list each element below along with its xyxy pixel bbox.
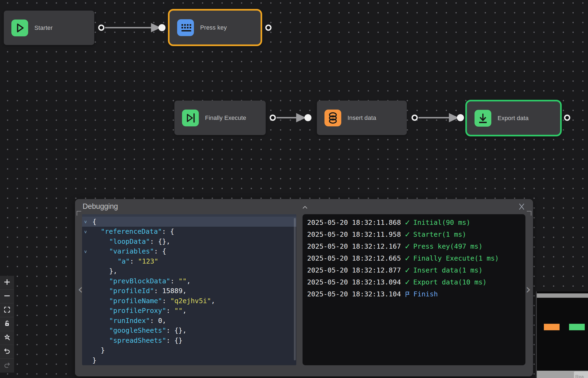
json-token: : xyxy=(162,297,170,305)
collapse-arrow-icon[interactable]: v xyxy=(84,219,87,224)
json-token: : xyxy=(150,317,158,325)
resize-corner-mark xyxy=(77,211,81,216)
close-panel-button[interactable] xyxy=(518,203,525,212)
json-token: : xyxy=(166,307,174,315)
json-token: } xyxy=(101,346,105,354)
json-line: v"variables": { xyxy=(82,246,296,257)
json-line: } xyxy=(82,355,296,365)
collapse-panel-button[interactable] xyxy=(302,206,308,210)
node-label: Press key xyxy=(200,24,227,31)
check-icon: ✓ xyxy=(404,219,411,226)
json-token: 15889 xyxy=(162,287,183,295)
json-token: "" xyxy=(174,307,183,315)
check-icon: ✓ xyxy=(404,255,411,262)
json-token: : {} xyxy=(166,337,183,344)
play-icon xyxy=(11,20,28,36)
json-scrollbar-thumb[interactable] xyxy=(294,218,296,360)
flag-icon xyxy=(404,291,411,297)
prev-record-button[interactable]: ‹ xyxy=(78,283,83,296)
input-port[interactable] xyxy=(457,114,464,121)
download-icon xyxy=(475,110,491,127)
debugging-panel: Debugging v{v"referenceData": {"loopData… xyxy=(75,199,533,376)
rpa-flow-canvas[interactable]: Starter Press key Finally Execute xyxy=(0,0,588,378)
input-port[interactable] xyxy=(158,24,165,31)
log-timestamp: 2025-05-20 18:32:11.868 xyxy=(307,219,401,226)
resize-corner-mark xyxy=(527,211,531,216)
json-token: "referenceData" xyxy=(101,228,162,235)
json-scrollbar-track[interactable] xyxy=(82,214,296,217)
json-token: , xyxy=(162,317,166,325)
input-port[interactable] xyxy=(304,114,311,121)
json-token: : xyxy=(170,277,178,285)
json-token: "a" xyxy=(118,257,130,265)
log-timestamp: 2025-05-20 18:32:12.167 xyxy=(307,242,401,250)
node-starter[interactable]: Starter xyxy=(4,11,94,45)
undo-button[interactable] xyxy=(0,345,14,359)
json-token: "profileName" xyxy=(109,297,162,305)
node-label: Finally Execute xyxy=(205,114,246,121)
node-export-data[interactable]: Export data xyxy=(465,100,562,136)
zoom-in-icon xyxy=(3,278,11,287)
json-token: "q2ejhv5i" xyxy=(170,297,211,305)
output-port[interactable] xyxy=(270,115,276,121)
json-token: "profileId" xyxy=(109,287,154,295)
debug-json-viewer[interactable]: v{v"referenceData": {"loopData": {},v"va… xyxy=(82,214,296,365)
json-token: , xyxy=(183,307,187,315)
log-entry: 2025-05-20 18:32:13.104Finish xyxy=(303,288,525,300)
output-port[interactable] xyxy=(98,25,105,31)
json-token: "runIndex" xyxy=(109,317,150,325)
node-label: Export data xyxy=(498,115,529,122)
output-port[interactable] xyxy=(265,25,272,31)
zoom-out-button[interactable] xyxy=(0,290,14,303)
minimap-panel-bar xyxy=(537,293,588,298)
minimap-node-block xyxy=(544,324,560,330)
redo-button[interactable] xyxy=(0,359,14,373)
json-token: } xyxy=(92,356,96,364)
json-line: "spreadSheets": {} xyxy=(82,335,296,345)
log-timestamp: 2025-05-20 18:32:11.958 xyxy=(307,230,401,238)
log-entry: 2025-05-20 18:32:12.167✓Press key(497 ms… xyxy=(303,240,525,252)
node-press-key[interactable]: Press key xyxy=(168,9,262,46)
json-token: , xyxy=(183,287,187,295)
unlock-button[interactable] xyxy=(0,317,14,331)
log-timestamp: 2025-05-20 18:32:12.877 xyxy=(307,266,401,274)
beautify-button[interactable] xyxy=(0,331,14,345)
json-token: : xyxy=(130,257,138,265)
check-icon: ✓ xyxy=(404,278,411,286)
database-icon xyxy=(324,110,341,126)
debug-log-viewer[interactable]: 2025-05-20 18:32:11.868✓Initial(90 ms)20… xyxy=(303,214,525,365)
json-token: : {}, xyxy=(166,326,187,334)
json-token: "spreadSheets" xyxy=(109,337,166,344)
connection-arrowhead xyxy=(297,114,304,121)
json-line: "a": "123" xyxy=(82,256,296,266)
json-line: v{ xyxy=(82,217,296,227)
json-line: "profileProxy": "", xyxy=(82,306,296,316)
collapse-arrow-icon[interactable]: v xyxy=(84,249,87,254)
zoom-in-button[interactable] xyxy=(0,276,14,290)
minimap[interactable]: Rea xyxy=(536,291,588,378)
json-token: : { xyxy=(154,247,166,255)
log-message: Finally Execute(1 ms) xyxy=(413,254,499,262)
undo-icon xyxy=(3,347,11,356)
log-entry: 2025-05-20 18:32:12.877✓Insert data(1 ms… xyxy=(303,264,525,276)
output-port[interactable] xyxy=(412,115,418,121)
fit-view-icon xyxy=(3,306,11,315)
fit-view-button[interactable] xyxy=(0,303,14,317)
output-port[interactable] xyxy=(564,115,570,121)
collapse-arrow-icon[interactable]: v xyxy=(84,229,87,234)
connection-arrowhead xyxy=(152,24,159,31)
json-token: { xyxy=(92,218,96,226)
redo-icon xyxy=(3,361,11,370)
node-label: Starter xyxy=(34,24,53,31)
minimap-node-block xyxy=(569,324,585,330)
node-insert-data[interactable]: Insert data xyxy=(317,101,407,135)
next-record-button[interactable]: › xyxy=(526,283,531,296)
json-token: "loopData" xyxy=(109,238,150,245)
node-finally-execute[interactable]: Finally Execute xyxy=(174,101,266,135)
json-line: } xyxy=(82,345,296,355)
log-entry: 2025-05-20 18:32:12.665✓Finally Execute(… xyxy=(303,252,525,264)
json-token: "googleSheets" xyxy=(109,326,166,334)
check-icon: ✓ xyxy=(404,267,411,274)
json-line: "runIndex": 0, xyxy=(82,316,296,326)
log-message: Insert data(1 ms) xyxy=(413,266,483,274)
